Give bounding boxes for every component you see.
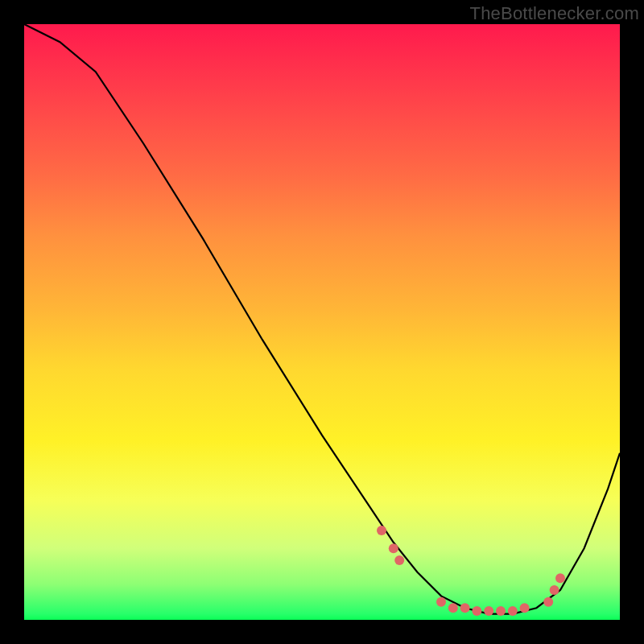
curve-marker-dot: [377, 526, 386, 535]
curve-marker-dot: [394, 555, 404, 565]
curve-markers: [377, 526, 565, 616]
watermark-label: TheBottlenecker.com: [470, 3, 639, 24]
curve-marker-dot: [484, 606, 493, 616]
curve-marker-dot: [508, 606, 518, 616]
chart-frame: [24, 24, 620, 620]
curve-marker-dot: [496, 606, 506, 616]
curve-marker-dot: [389, 543, 398, 553]
curve-marker-dot: [460, 603, 470, 613]
curve-marker-dot: [472, 606, 481, 616]
bottleneck-curve: [24, 24, 620, 614]
curve-marker-dot: [436, 597, 446, 607]
curve-marker-dot: [520, 603, 530, 613]
curve-marker-dot: [555, 573, 565, 583]
curve-marker-dot: [448, 603, 458, 613]
curve-marker-dot: [543, 597, 553, 607]
chart-svg: [24, 24, 620, 620]
curve-marker-dot: [550, 585, 559, 595]
